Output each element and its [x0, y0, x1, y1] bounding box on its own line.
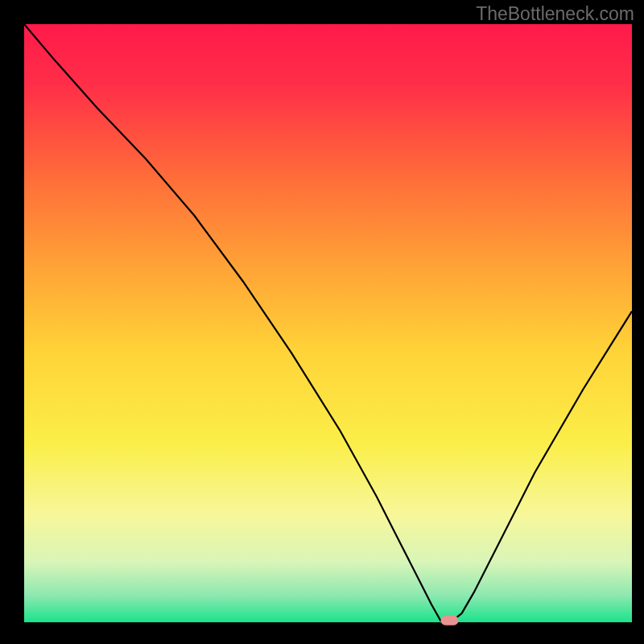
watermark-text: TheBottleneck.com: [476, 3, 634, 25]
optimal-marker: [441, 616, 459, 625]
chart-container: TheBottleneck.com: [0, 0, 644, 644]
bottleneck-chart: [0, 0, 644, 644]
plot-background: [24, 24, 632, 622]
